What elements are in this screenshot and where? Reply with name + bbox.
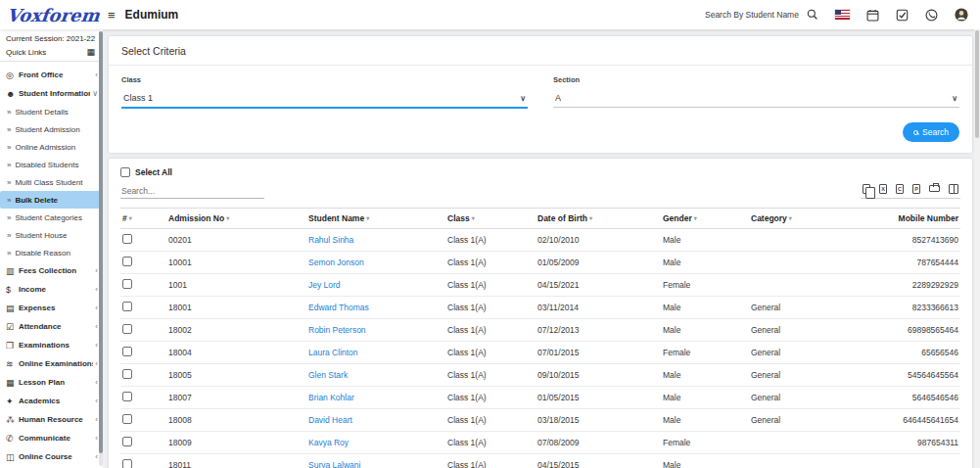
column-header-admission-no[interactable]: Admission No▾	[166, 209, 306, 229]
sidebar-item-examinations[interactable]: ❐Examinations‹	[0, 336, 103, 354]
calendar-icon[interactable]	[866, 9, 879, 22]
print-icon[interactable]	[929, 185, 940, 192]
chevron-collapsed-icon: ‹	[95, 434, 98, 443]
section-selected-value: A	[555, 93, 561, 103]
sidebar-subitem-bulk-delete[interactable]: »Bulk Delete	[0, 191, 103, 209]
sidebar-subitem-student-categories[interactable]: »Student Categories	[0, 209, 103, 226]
bullet-icon: »	[7, 249, 11, 257]
sidebar-subitem-disable-reason[interactable]: »Disable Reason	[0, 244, 103, 261]
chevron-collapsed-icon: ‹	[95, 397, 98, 405]
sort-icon: ▾	[589, 215, 592, 221]
sidebar-subitem-online-admission[interactable]: »Online Admission	[0, 138, 103, 156]
sidebar-item-communicate[interactable]: ✆Communicate‹	[0, 429, 103, 447]
column-visibility-icon[interactable]	[949, 184, 958, 194]
attendance-icon: ☑	[6, 322, 19, 332]
table-row: 18008 David Heart Class 1(A) 03/18/2015 …	[120, 409, 960, 432]
sidebar-item-online-examinations[interactable]: ≋Online Examinations‹	[0, 354, 103, 373]
row-checkbox[interactable]	[122, 279, 132, 289]
excel-export-icon[interactable]: X	[879, 184, 887, 194]
search-icon	[913, 130, 918, 135]
table-row: 18007 Brian Kohlar Class 1(A) 01/05/2015…	[120, 387, 960, 409]
search-icon[interactable]	[807, 9, 818, 21]
column-header-student-name[interactable]: Student Name▾	[306, 209, 445, 229]
online-course-icon: ◫	[6, 452, 19, 462]
quick-links-grid-icon[interactable]: ▦	[86, 47, 95, 57]
student-name-link[interactable]: Surya Lalwani	[308, 460, 360, 468]
sidebar-item-lesson-plan[interactable]: ▦Lesson Plan‹	[0, 373, 103, 392]
sort-icon: ▾	[789, 215, 792, 221]
user-avatar[interactable]	[955, 8, 968, 22]
sidebar-item-human-resource[interactable]: ⁂Human Resource‹	[0, 410, 103, 429]
sort-icon: ▾	[694, 215, 697, 221]
row-checkbox[interactable]	[122, 437, 132, 446]
student-name-link[interactable]: Brian Kohlar	[308, 393, 354, 402]
row-checkbox[interactable]	[122, 369, 132, 379]
copy-icon[interactable]	[863, 184, 870, 194]
bullet-icon: »	[7, 213, 11, 222]
bullet-icon: »	[7, 178, 11, 187]
section-select[interactable]: A ∨	[553, 91, 959, 108]
whatsapp-icon[interactable]	[925, 9, 938, 22]
table-header-row: #▾ Admission No▾ Student Name▾ Class▾ Da…	[120, 209, 960, 229]
sidebar-item-student-information[interactable]: ☻ Student Information ∨	[0, 84, 103, 103]
row-checkbox[interactable]	[122, 459, 132, 468]
page-scrollbar[interactable]	[974, 29, 980, 468]
examinations-icon: ❐	[6, 341, 19, 351]
sidebar-item-fees-collection[interactable]: ▥Fees Collection‹	[0, 261, 103, 280]
sidebar-item-academics[interactable]: ✦Academics‹	[0, 392, 103, 410]
row-checkbox[interactable]	[122, 234, 132, 244]
student-name-link[interactable]: Kavya Roy	[308, 438, 349, 447]
row-checkbox[interactable]	[122, 302, 132, 311]
quick-links-label: Quick Links	[6, 48, 46, 57]
sidebar-subitem-student-house[interactable]: »Student House	[0, 226, 103, 244]
sidebar-scrollbar[interactable]	[99, 31, 103, 466]
online-examinations-icon: ≋	[6, 359, 19, 369]
sort-icon: ▾	[366, 215, 369, 221]
row-checkbox[interactable]	[122, 414, 132, 424]
sidebar-subitem-student-admission[interactable]: »Student Admission	[0, 120, 103, 138]
csv-export-icon[interactable]: C	[896, 184, 904, 194]
student-name-link[interactable]: David Heart	[308, 415, 352, 425]
column-header-gender[interactable]: Gender▾	[661, 209, 749, 229]
sidebar-item-income[interactable]: $Income‹	[0, 280, 103, 299]
student-name-link[interactable]: Edward Thomas	[308, 303, 369, 312]
class-selected-value: Class 1	[123, 93, 153, 103]
select-all-checkbox[interactable]	[120, 167, 130, 177]
class-select[interactable]: Class 1 ∨	[121, 91, 528, 109]
chevron-down-icon: ∨	[952, 94, 957, 103]
student-name-link[interactable]: Jey Lord	[308, 280, 341, 290]
row-checkbox[interactable]	[122, 257, 132, 266]
sidebar-item-expenses[interactable]: ▤Expenses‹	[0, 299, 103, 317]
sidebar-subitem-disabled-students[interactable]: »Disabled Students	[0, 156, 103, 173]
student-name-link[interactable]: Semon Jonson	[308, 257, 364, 267]
sidebar-item-online-course[interactable]: ◫Online Course‹	[0, 447, 103, 466]
table-filter-input[interactable]	[120, 184, 264, 199]
row-checkbox[interactable]	[122, 392, 132, 401]
pdf-export-icon[interactable]: P	[912, 184, 920, 194]
bullet-icon: »	[7, 143, 11, 152]
student-name-link[interactable]: Rahul Sinha	[308, 235, 353, 245]
row-checkbox[interactable]	[122, 347, 132, 356]
column-header-index[interactable]: #▾	[120, 209, 166, 229]
sidebar-subitem-student-details[interactable]: »Student Details	[0, 103, 103, 120]
table-row: 18001 Edward Thomas Class 1(A) 03/11/201…	[120, 297, 960, 319]
top-bar: Voxforem ≡ Edumium	[0, 0, 980, 29]
sidebar-subitem-multi-class-student[interactable]: »Multi Class Student	[0, 173, 103, 191]
sidebar-item-attendance[interactable]: ☑Attendance‹	[0, 317, 103, 336]
hamburger-menu-icon[interactable]: ≡	[108, 8, 116, 23]
language-flag-icon[interactable]	[835, 10, 850, 20]
column-header-category[interactable]: Category▾	[749, 209, 857, 229]
tasks-icon[interactable]	[896, 9, 909, 22]
student-name-link[interactable]: Glen Stark	[308, 370, 348, 380]
column-header-class[interactable]: Class▾	[445, 209, 536, 229]
row-checkbox[interactable]	[122, 324, 132, 334]
student-search-input[interactable]	[705, 10, 799, 20]
column-header-date-of-birth[interactable]: Date of Birth▾	[536, 209, 661, 229]
search-button[interactable]: Search	[903, 122, 959, 142]
table-row: 1001 Jey Lord Class 1(A) 04/15/2021 Fema…	[120, 274, 960, 297]
sidebar-item-front-office[interactable]: ◎ Front Office ‹	[0, 66, 103, 84]
column-header-mobile-number[interactable]: Mobile Number	[857, 209, 960, 229]
section-label: Section	[553, 75, 959, 84]
student-name-link[interactable]: Robin Peterson	[308, 325, 366, 335]
student-name-link[interactable]: Laura Clinton	[308, 348, 358, 357]
